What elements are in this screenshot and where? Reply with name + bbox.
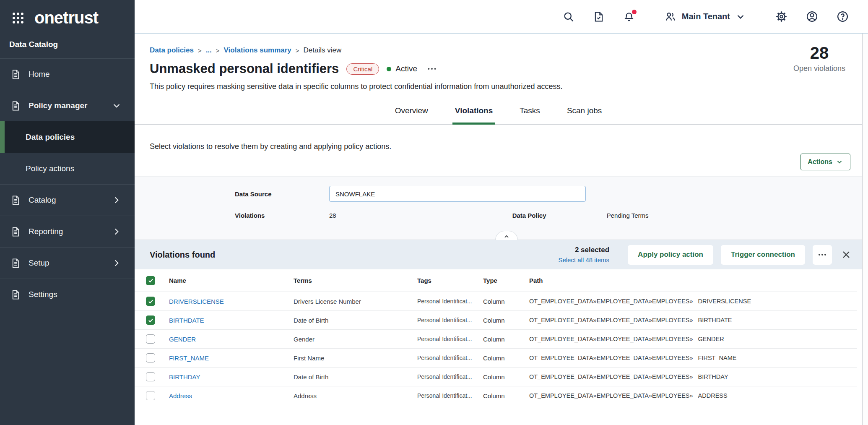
table-row: GENDER Gender Personal Identificat... Co… [135, 330, 857, 349]
violation-tags: Personal Identificat... [417, 298, 483, 305]
violation-name-link[interactable]: BIRTHDAY [169, 373, 294, 381]
violation-path: OT_EMPLOYEE_DATA»EMPLOYEE_DATA»EMPLOYEES… [529, 355, 857, 361]
violation-path: OT_EMPLOYEE_DATA»EMPLOYEE_DATA»EMPLOYEES… [529, 336, 857, 342]
breadcrumb-violations-summary[interactable]: Violations summary [224, 46, 291, 55]
violations-value: 28 [329, 212, 336, 219]
sidebar-item-catalog[interactable]: Catalog [0, 184, 135, 216]
account-icon[interactable] [806, 10, 818, 23]
product-name: Data Catalog [9, 40, 135, 49]
violation-type: Column [483, 298, 529, 305]
column-header-path[interactable]: Path [529, 277, 857, 284]
violation-name-link[interactable]: BIRTHDATE [169, 317, 294, 324]
summary-row: Violations 28 Data Policy Pending Terms [235, 212, 862, 219]
select-all-link[interactable]: Select all 48 items [558, 256, 609, 263]
sidebar-item-policy-manager[interactable]: Policy manager [0, 90, 135, 121]
select-all-checkbox[interactable] [146, 276, 155, 285]
sidebar-item-label: Policy actions [26, 164, 74, 173]
notifications-bell-icon[interactable] [623, 11, 635, 23]
breadcrumb-separator: > [216, 47, 220, 54]
breadcrumb-data-policies[interactable]: Data policies [150, 46, 194, 55]
violation-terms: Date of Birth [294, 373, 417, 381]
more-options-icon[interactable] [426, 63, 437, 74]
violation-name-link[interactable]: GENDER [169, 336, 294, 343]
status-label: Active [395, 64, 417, 73]
table-header: Name Terms Tags Type Path [135, 269, 857, 292]
vertical-scrollbar[interactable] [862, 34, 868, 425]
collapse-panel-button[interactable] [495, 231, 518, 240]
data-source-input[interactable] [329, 186, 586, 202]
sidebar-item-label: Setup [29, 258, 49, 268]
close-icon[interactable] [840, 249, 852, 261]
sidebar-item-label: Reporting [29, 227, 63, 236]
tab-violations[interactable]: Violations [452, 106, 495, 125]
actions-button[interactable]: Actions [800, 154, 850, 170]
violation-tags: Personal Identificat... [417, 317, 483, 323]
row-checkbox[interactable] [146, 315, 155, 325]
tab-tasks[interactable]: Tasks [517, 106, 543, 125]
sidebar-item-policy-actions[interactable]: Policy actions [0, 153, 135, 184]
breadcrumb-separator: > [296, 47, 299, 54]
brand-logo[interactable]: onetrust [0, 0, 135, 27]
column-header-terms[interactable]: Terms [294, 277, 417, 284]
open-violations-stat: 28 Open violations [793, 44, 845, 73]
sidebar: onetrust Data Catalog Home Policy manage… [0, 0, 135, 425]
more-actions-button[interactable] [813, 245, 832, 265]
sidebar-item-settings[interactable]: Settings [0, 279, 135, 310]
violation-terms: Gender [294, 336, 417, 343]
document-icon [10, 226, 21, 237]
policy-description: This policy requires masking sensitive d… [150, 82, 847, 91]
sidebar-item-data-policies[interactable]: Data policies [0, 121, 135, 153]
violations-instruction: Select violations to resolve them by cre… [150, 142, 862, 151]
row-checkbox[interactable] [146, 334, 155, 344]
column-header-tags[interactable]: Tags [417, 277, 483, 284]
data-policy-value: Pending Terms [607, 212, 649, 219]
tenant-people-icon [664, 10, 677, 23]
sidebar-item-label: Policy manager [29, 101, 87, 110]
title-row: Unmasked personal identifiers Critical A… [150, 61, 862, 76]
violation-terms: Date of Birth [294, 317, 417, 324]
apply-policy-action-button[interactable]: Apply policy action [628, 245, 713, 265]
tasks-document-icon[interactable] [593, 11, 605, 23]
violation-name-link[interactable]: FIRST_NAME [169, 355, 294, 362]
violation-path: OT_EMPLOYEE_DATA»EMPLOYEE_DATA»EMPLOYEES… [529, 298, 857, 305]
breadcrumb-ellipsis[interactable]: ... [206, 46, 212, 55]
chevron-right-icon [111, 195, 122, 206]
waffle-grid-icon [11, 11, 25, 25]
sidebar-nav: Home Policy manager Data policies Policy… [0, 58, 135, 310]
trigger-connection-button[interactable]: Trigger connection [721, 245, 805, 265]
violation-tags: Personal Identificat... [417, 355, 483, 361]
status-badge: Active [387, 64, 417, 73]
row-checkbox[interactable] [146, 391, 155, 400]
violation-name-link[interactable]: Address [169, 392, 294, 399]
sidebar-item-reporting[interactable]: Reporting [0, 216, 135, 247]
actions-button-label: Actions [808, 158, 832, 166]
table-row: DRIVERSLICENSE Drivers License Number Pe… [135, 292, 857, 311]
tenant-selector[interactable]: Main Tenant [664, 10, 746, 23]
help-icon[interactable] [837, 10, 849, 23]
settings-gear-icon[interactable] [775, 10, 787, 23]
violations-label: Violations [235, 212, 329, 219]
row-checkbox[interactable] [146, 297, 155, 306]
sidebar-item-home[interactable]: Home [0, 58, 135, 90]
violation-tags: Personal Identificat... [417, 392, 483, 399]
sidebar-item-setup[interactable]: Setup [0, 247, 135, 279]
chevron-up-icon [503, 233, 510, 240]
document-icon [10, 100, 21, 112]
sidebar-item-label: Data policies [26, 133, 75, 142]
chevron-down-icon [735, 11, 746, 22]
violation-path: OT_EMPLOYEE_DATA»EMPLOYEE_DATA»EMPLOYEES… [529, 317, 857, 323]
severity-badge: Critical [346, 63, 379, 75]
sidebar-item-label: Catalog [29, 196, 56, 205]
row-checkbox[interactable] [146, 372, 155, 381]
tab-scan-jobs[interactable]: Scan jobs [564, 106, 604, 125]
search-icon[interactable] [563, 11, 574, 23]
selection-bar: Violations found 2 selected Select all 4… [135, 240, 862, 269]
topbar: Main Tenant [135, 0, 868, 34]
breadcrumb-current: Details view [304, 46, 342, 55]
column-header-type[interactable]: Type [483, 277, 529, 284]
tab-overview[interactable]: Overview [392, 106, 431, 125]
row-checkbox[interactable] [146, 353, 155, 362]
column-header-name[interactable]: Name [169, 277, 294, 284]
violation-name-link[interactable]: DRIVERSLICENSE [169, 298, 294, 305]
violation-terms: Address [294, 392, 417, 399]
